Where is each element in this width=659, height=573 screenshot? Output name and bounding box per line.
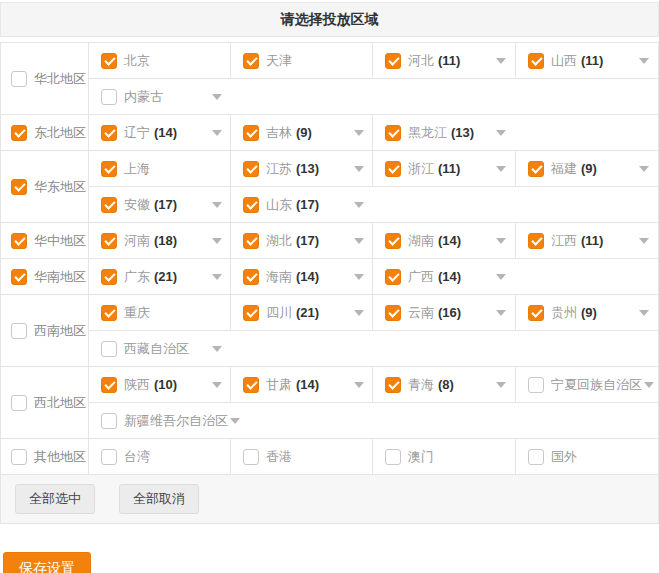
- province-item: 湖北(17): [231, 232, 372, 250]
- province-item: 山东(17): [231, 196, 658, 214]
- chevron-down-icon[interactable]: [230, 418, 240, 424]
- chevron-down-icon[interactable]: [354, 310, 364, 316]
- chevron-down-icon[interactable]: [354, 382, 364, 388]
- province-checkbox[interactable]: [528, 305, 544, 321]
- chevron-down-icon[interactable]: [212, 346, 222, 352]
- region-row: 西北地区陕西(10)甘肃(14)青海(8)宁夏回族自治区: [1, 367, 659, 403]
- chevron-down-icon[interactable]: [354, 274, 364, 280]
- province-checkbox[interactable]: [101, 161, 117, 177]
- province-checkbox[interactable]: [243, 269, 259, 285]
- chevron-down-icon[interactable]: [354, 166, 364, 172]
- province-checkbox[interactable]: [528, 53, 544, 69]
- deselect-all-button[interactable]: 全部取消: [119, 484, 199, 514]
- chevron-down-icon[interactable]: [212, 382, 222, 388]
- province-item: 黑龙江(13): [373, 124, 658, 142]
- province-checkbox[interactable]: [528, 161, 544, 177]
- chevron-down-icon[interactable]: [212, 202, 222, 208]
- chevron-down-icon[interactable]: [639, 58, 649, 64]
- province-label: 海南(14): [266, 268, 352, 286]
- region-checkbox[interactable]: [11, 125, 27, 141]
- province-checkbox[interactable]: [528, 449, 544, 465]
- province-count: (21): [154, 269, 177, 284]
- province-checkbox[interactable]: [101, 449, 117, 465]
- chevron-down-icon[interactable]: [212, 274, 222, 280]
- province-checkbox[interactable]: [385, 125, 401, 141]
- chevron-down-icon[interactable]: [212, 130, 222, 136]
- province-checkbox[interactable]: [243, 53, 259, 69]
- province-checkbox[interactable]: [385, 161, 401, 177]
- chevron-down-icon[interactable]: [496, 130, 506, 136]
- chevron-down-icon[interactable]: [639, 238, 649, 244]
- province-checkbox[interactable]: [243, 449, 259, 465]
- region-label: 其他地区: [34, 448, 86, 466]
- region-label: 华北地区: [34, 70, 86, 88]
- province-cell: 云南(16): [373, 295, 516, 331]
- province-checkbox[interactable]: [101, 125, 117, 141]
- province-label: 河南(18): [124, 232, 210, 250]
- province-item: 西藏自治区: [89, 340, 658, 358]
- province-checkbox[interactable]: [101, 341, 117, 357]
- region-checkbox[interactable]: [11, 269, 27, 285]
- chevron-down-icon[interactable]: [496, 310, 506, 316]
- region-checkbox[interactable]: [11, 395, 27, 411]
- chevron-down-icon[interactable]: [212, 238, 222, 244]
- save-settings-button[interactable]: 保存设置: [3, 552, 91, 573]
- region-checkbox[interactable]: [11, 179, 27, 195]
- region-checkbox[interactable]: [11, 71, 27, 87]
- region-checkbox[interactable]: [11, 449, 27, 465]
- chevron-down-icon[interactable]: [354, 238, 364, 244]
- chevron-down-icon[interactable]: [644, 382, 654, 388]
- chevron-down-icon[interactable]: [496, 274, 506, 280]
- province-checkbox[interactable]: [101, 377, 117, 393]
- province-checkbox[interactable]: [243, 377, 259, 393]
- chevron-down-icon[interactable]: [496, 238, 506, 244]
- province-count: (9): [581, 161, 597, 176]
- chevron-down-icon[interactable]: [354, 202, 364, 208]
- province-checkbox[interactable]: [101, 197, 117, 213]
- province-checkbox[interactable]: [101, 233, 117, 249]
- chevron-down-icon[interactable]: [212, 94, 222, 100]
- province-cell: 湖南(14): [373, 223, 516, 259]
- region-group-cell: 华南地区: [1, 259, 89, 295]
- province-checkbox[interactable]: [243, 161, 259, 177]
- province-cell: 四川(21): [231, 295, 373, 331]
- chevron-down-icon[interactable]: [496, 166, 506, 172]
- province-checkbox[interactable]: [528, 377, 544, 393]
- province-checkbox[interactable]: [385, 53, 401, 69]
- province-checkbox[interactable]: [385, 269, 401, 285]
- province-label: 云南(16): [408, 304, 494, 322]
- province-checkbox[interactable]: [385, 233, 401, 249]
- province-cell: 澳门: [373, 439, 516, 475]
- province-checkbox[interactable]: [385, 305, 401, 321]
- province-cell: 湖北(17): [231, 223, 373, 259]
- province-item: 新疆维吾尔自治区: [89, 412, 658, 430]
- province-checkbox[interactable]: [101, 89, 117, 105]
- province-checkbox[interactable]: [101, 413, 117, 429]
- province-checkbox[interactable]: [243, 305, 259, 321]
- chevron-down-icon[interactable]: [639, 166, 649, 172]
- province-count: (14): [438, 269, 461, 284]
- select-all-button[interactable]: 全部选中: [15, 484, 95, 514]
- region-row: 华东地区上海江苏(13)浙江(11)福建(9): [1, 151, 659, 187]
- province-checkbox[interactable]: [101, 53, 117, 69]
- province-checkbox[interactable]: [528, 233, 544, 249]
- province-cell: 陕西(10): [89, 367, 231, 403]
- province-checkbox[interactable]: [243, 197, 259, 213]
- region-checkbox[interactable]: [11, 233, 27, 249]
- region-checkbox[interactable]: [11, 323, 27, 339]
- chevron-down-icon[interactable]: [496, 58, 506, 64]
- province-checkbox[interactable]: [385, 377, 401, 393]
- province-item: 宁夏回族自治区: [516, 376, 658, 394]
- province-cell: 内蒙古: [89, 79, 659, 115]
- province-checkbox[interactable]: [243, 233, 259, 249]
- region-row: 华南地区广东(21)海南(14)广西(14): [1, 259, 659, 295]
- region-label: 华东地区: [34, 178, 86, 196]
- province-checkbox[interactable]: [385, 449, 401, 465]
- chevron-down-icon[interactable]: [354, 130, 364, 136]
- province-checkbox[interactable]: [101, 305, 117, 321]
- province-checkbox[interactable]: [243, 125, 259, 141]
- chevron-down-icon[interactable]: [639, 310, 649, 316]
- chevron-down-icon[interactable]: [496, 382, 506, 388]
- region-row: 华北地区北京天津河北(11)山西(11): [1, 43, 659, 79]
- province-checkbox[interactable]: [101, 269, 117, 285]
